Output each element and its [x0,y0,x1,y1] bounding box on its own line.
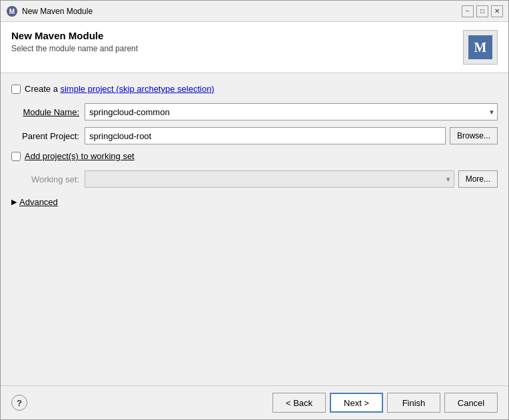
simple-project-checkbox[interactable] [11,85,21,94]
svg-text:M: M [9,8,15,15]
window-title: New Maven Module [22,7,462,16]
footer: ? < Back Next > Finish Cancel [1,385,508,419]
parent-project-input[interactable] [85,127,446,144]
close-button[interactable]: ✕ [491,5,503,17]
maven-logo: M [463,30,498,65]
parent-project-row: Parent Project: Browse... [11,127,498,144]
module-name-label: Module Name: [11,107,85,117]
form-content: Create a simple project (skip archetype … [1,73,508,385]
working-set-dropdown-arrow: ▼ [445,176,452,183]
finish-button[interactable]: Finish [387,393,440,413]
simple-project-label: Create a simple project (skip archetype … [25,84,215,94]
archetype-link[interactable]: simple project (skip archetype selection… [60,84,214,94]
working-set-label: Working set: [11,174,85,184]
working-set-input[interactable] [85,170,454,188]
working-set-checkbox-row: Add project(s) to working set [11,151,498,161]
advanced-arrow-icon: ▶ [11,198,17,206]
dialog-title: New Maven Module [11,30,138,41]
more-button[interactable]: More... [458,170,498,188]
maximize-button[interactable]: □ [476,5,488,17]
window-icon: M [6,5,18,17]
header-section: New Maven Module Select the module name … [1,22,508,73]
working-set-row: Working set: ▼ More... [11,170,498,188]
maven-letter: M [468,35,492,59]
footer-buttons: < Back Next > Finish Cancel [272,393,498,413]
browse-button[interactable]: Browse... [450,127,498,144]
cancel-button[interactable]: Cancel [444,393,498,413]
title-bar: M New Maven Module − □ ✕ [1,1,508,22]
advanced-label: Advanced [19,197,58,207]
parent-project-label: Parent Project: [11,131,85,141]
window-controls: − □ ✕ [462,5,503,17]
add-working-set-label: Add project(s) to working set [25,151,135,161]
advanced-row[interactable]: ▶ Advanced [11,197,498,207]
new-maven-module-dialog: M New Maven Module − □ ✕ New Maven Modul… [0,0,509,420]
help-button[interactable]: ? [11,395,27,411]
add-working-set-checkbox[interactable] [11,152,21,161]
module-name-container: ▼ [85,103,498,120]
next-button[interactable]: Next > [330,393,383,413]
simple-project-row: Create a simple project (skip archetype … [11,84,498,94]
minimize-button[interactable]: − [462,5,474,17]
back-button[interactable]: < Back [272,393,326,413]
module-name-row: Module Name: ▼ [11,103,498,120]
working-set-input-container: ▼ [85,170,454,188]
parent-project-container [85,127,446,144]
header-text: New Maven Module Select the module name … [11,30,138,53]
module-name-input[interactable] [85,103,498,120]
dialog-subtitle: Select the module name and parent [11,44,138,53]
